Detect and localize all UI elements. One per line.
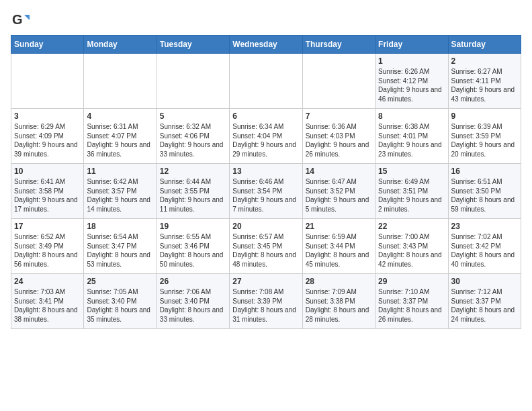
day-number: 21 bbox=[306, 222, 372, 231]
day-number: 28 bbox=[306, 277, 372, 286]
calendar-cell: 9Sunrise: 6:39 AM Sunset: 3:59 PM Daylig… bbox=[448, 109, 521, 164]
day-number: 30 bbox=[451, 277, 518, 286]
calendar-cell: 22Sunrise: 7:00 AM Sunset: 3:43 PM Dayli… bbox=[375, 219, 448, 274]
cell-info: Sunrise: 7:06 AM Sunset: 3:40 PM Dayligh… bbox=[160, 287, 226, 324]
calendar-cell: 18Sunrise: 6:54 AM Sunset: 3:47 PM Dayli… bbox=[84, 219, 157, 274]
weekday-header-monday: Monday bbox=[84, 36, 157, 54]
calendar-cell: 3Sunrise: 6:29 AM Sunset: 4:09 PM Daylig… bbox=[11, 109, 84, 164]
calendar-cell: 6Sunrise: 6:34 AM Sunset: 4:04 PM Daylig… bbox=[230, 109, 302, 164]
day-number: 3 bbox=[14, 111, 81, 121]
cell-info: Sunrise: 7:09 AM Sunset: 3:38 PM Dayligh… bbox=[306, 287, 372, 324]
cell-info: Sunrise: 6:49 AM Sunset: 3:51 PM Dayligh… bbox=[378, 177, 445, 214]
calendar-cell: 20Sunrise: 6:57 AM Sunset: 3:45 PM Dayli… bbox=[230, 219, 302, 274]
day-number: 4 bbox=[87, 111, 153, 121]
svg-marker-1 bbox=[24, 15, 30, 20]
calendar-cell bbox=[84, 54, 157, 109]
day-number: 26 bbox=[160, 277, 226, 286]
weekday-header-saturday: Saturday bbox=[448, 36, 521, 54]
calendar-cell: 25Sunrise: 7:05 AM Sunset: 3:40 PM Dayli… bbox=[84, 274, 157, 329]
cell-info: Sunrise: 6:57 AM Sunset: 3:45 PM Dayligh… bbox=[232, 232, 299, 269]
calendar-cell: 1Sunrise: 6:26 AM Sunset: 4:12 PM Daylig… bbox=[375, 54, 448, 109]
day-number: 17 bbox=[14, 222, 81, 231]
calendar-cell: 23Sunrise: 7:02 AM Sunset: 3:42 PM Dayli… bbox=[448, 219, 521, 274]
cell-info: Sunrise: 7:12 AM Sunset: 3:37 PM Dayligh… bbox=[451, 287, 518, 324]
day-number: 1 bbox=[378, 56, 445, 66]
cell-info: Sunrise: 7:05 AM Sunset: 3:40 PM Dayligh… bbox=[87, 287, 153, 324]
day-number: 23 bbox=[451, 222, 518, 231]
cell-info: Sunrise: 6:39 AM Sunset: 3:59 PM Dayligh… bbox=[451, 122, 518, 158]
calendar-cell: 16Sunrise: 6:51 AM Sunset: 3:50 PM Dayli… bbox=[448, 164, 521, 219]
logo-icon: G bbox=[11, 11, 30, 30]
cell-info: Sunrise: 6:26 AM Sunset: 4:12 PM Dayligh… bbox=[378, 67, 445, 103]
calendar-cell: 11Sunrise: 6:42 AM Sunset: 3:57 PM Dayli… bbox=[84, 164, 157, 219]
day-number: 22 bbox=[378, 222, 445, 231]
weekday-header-sunday: Sunday bbox=[11, 36, 84, 54]
calendar-cell: 27Sunrise: 7:08 AM Sunset: 3:39 PM Dayli… bbox=[230, 274, 302, 329]
cell-info: Sunrise: 6:59 AM Sunset: 3:44 PM Dayligh… bbox=[306, 232, 372, 269]
calendar-cell: 10Sunrise: 6:41 AM Sunset: 3:58 PM Dayli… bbox=[11, 164, 84, 219]
cell-info: Sunrise: 6:38 AM Sunset: 4:01 PM Dayligh… bbox=[378, 122, 445, 158]
calendar-cell: 8Sunrise: 6:38 AM Sunset: 4:01 PM Daylig… bbox=[375, 109, 448, 164]
cell-info: Sunrise: 6:44 AM Sunset: 3:55 PM Dayligh… bbox=[160, 177, 226, 214]
cell-info: Sunrise: 6:42 AM Sunset: 3:57 PM Dayligh… bbox=[87, 177, 153, 214]
cell-info: Sunrise: 7:00 AM Sunset: 3:43 PM Dayligh… bbox=[378, 232, 445, 269]
day-number: 18 bbox=[87, 222, 153, 231]
cell-info: Sunrise: 7:03 AM Sunset: 3:41 PM Dayligh… bbox=[14, 287, 81, 324]
day-number: 2 bbox=[451, 56, 518, 66]
header: G bbox=[11, 11, 521, 30]
calendar-cell bbox=[157, 54, 229, 109]
calendar-cell: 13Sunrise: 6:46 AM Sunset: 3:54 PM Dayli… bbox=[230, 164, 302, 219]
day-number: 6 bbox=[232, 111, 299, 121]
weekday-header-tuesday: Tuesday bbox=[157, 36, 229, 54]
cell-info: Sunrise: 6:55 AM Sunset: 3:46 PM Dayligh… bbox=[160, 232, 226, 269]
day-number: 5 bbox=[160, 111, 226, 121]
cell-info: Sunrise: 6:29 AM Sunset: 4:09 PM Dayligh… bbox=[14, 122, 81, 158]
day-number: 9 bbox=[451, 111, 518, 121]
calendar-cell: 29Sunrise: 7:10 AM Sunset: 3:37 PM Dayli… bbox=[375, 274, 448, 329]
calendar-cell bbox=[230, 54, 302, 109]
cell-info: Sunrise: 7:08 AM Sunset: 3:39 PM Dayligh… bbox=[232, 287, 299, 324]
calendar-cell bbox=[302, 54, 375, 109]
cell-info: Sunrise: 6:32 AM Sunset: 4:06 PM Dayligh… bbox=[160, 122, 226, 158]
calendar-cell bbox=[11, 54, 84, 109]
day-number: 11 bbox=[87, 167, 153, 176]
day-number: 15 bbox=[378, 167, 445, 176]
calendar-cell: 28Sunrise: 7:09 AM Sunset: 3:38 PM Dayli… bbox=[302, 274, 375, 329]
logo: G bbox=[11, 11, 32, 30]
day-number: 12 bbox=[160, 167, 226, 176]
cell-info: Sunrise: 6:52 AM Sunset: 3:49 PM Dayligh… bbox=[14, 232, 81, 269]
day-number: 25 bbox=[87, 277, 153, 286]
day-number: 7 bbox=[306, 111, 372, 121]
weekday-header-friday: Friday bbox=[375, 36, 448, 54]
cell-info: Sunrise: 6:41 AM Sunset: 3:58 PM Dayligh… bbox=[14, 177, 81, 214]
calendar-cell: 12Sunrise: 6:44 AM Sunset: 3:55 PM Dayli… bbox=[157, 164, 229, 219]
day-number: 27 bbox=[232, 277, 299, 286]
cell-info: Sunrise: 6:47 AM Sunset: 3:52 PM Dayligh… bbox=[306, 177, 372, 214]
day-number: 19 bbox=[160, 222, 226, 231]
calendar-cell: 7Sunrise: 6:36 AM Sunset: 4:03 PM Daylig… bbox=[302, 109, 375, 164]
cell-info: Sunrise: 6:51 AM Sunset: 3:50 PM Dayligh… bbox=[451, 177, 518, 214]
cell-info: Sunrise: 6:54 AM Sunset: 3:47 PM Dayligh… bbox=[87, 232, 153, 269]
calendar-table: SundayMondayTuesdayWednesdayThursdayFrid… bbox=[11, 35, 521, 329]
cell-info: Sunrise: 7:10 AM Sunset: 3:37 PM Dayligh… bbox=[378, 287, 445, 324]
calendar-cell: 2Sunrise: 6:27 AM Sunset: 4:11 PM Daylig… bbox=[448, 54, 521, 109]
day-number: 24 bbox=[14, 277, 81, 286]
day-number: 14 bbox=[306, 167, 372, 176]
calendar-cell: 26Sunrise: 7:06 AM Sunset: 3:40 PM Dayli… bbox=[157, 274, 229, 329]
weekday-header-wednesday: Wednesday bbox=[230, 36, 302, 54]
cell-info: Sunrise: 6:46 AM Sunset: 3:54 PM Dayligh… bbox=[232, 177, 299, 214]
cell-info: Sunrise: 6:27 AM Sunset: 4:11 PM Dayligh… bbox=[451, 67, 518, 103]
calendar-cell: 15Sunrise: 6:49 AM Sunset: 3:51 PM Dayli… bbox=[375, 164, 448, 219]
cell-info: Sunrise: 6:34 AM Sunset: 4:04 PM Dayligh… bbox=[232, 122, 299, 158]
calendar-cell: 17Sunrise: 6:52 AM Sunset: 3:49 PM Dayli… bbox=[11, 219, 84, 274]
calendar-cell: 30Sunrise: 7:12 AM Sunset: 3:37 PM Dayli… bbox=[448, 274, 521, 329]
day-number: 29 bbox=[378, 277, 445, 286]
calendar-cell: 21Sunrise: 6:59 AM Sunset: 3:44 PM Dayli… bbox=[302, 219, 375, 274]
cell-info: Sunrise: 6:31 AM Sunset: 4:07 PM Dayligh… bbox=[87, 122, 153, 158]
day-number: 20 bbox=[232, 222, 299, 231]
cell-info: Sunrise: 6:36 AM Sunset: 4:03 PM Dayligh… bbox=[306, 122, 372, 158]
day-number: 16 bbox=[451, 167, 518, 176]
calendar-cell: 19Sunrise: 6:55 AM Sunset: 3:46 PM Dayli… bbox=[157, 219, 229, 274]
day-number: 13 bbox=[232, 167, 299, 176]
calendar-cell: 14Sunrise: 6:47 AM Sunset: 3:52 PM Dayli… bbox=[302, 164, 375, 219]
